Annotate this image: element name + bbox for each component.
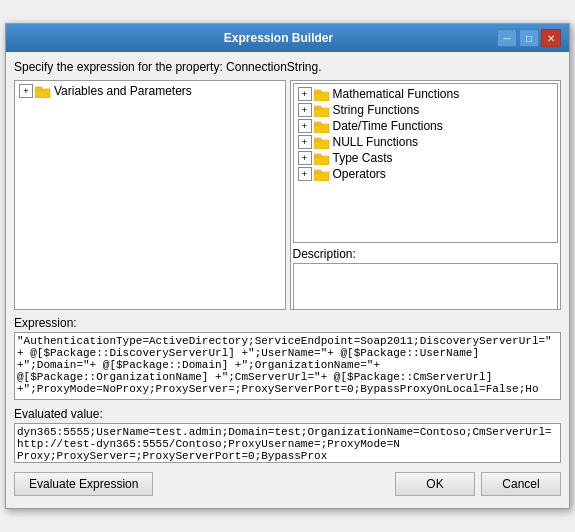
evaluated-section: Evaluated value: xyxy=(14,407,561,466)
tree-label-datetime: Date/Time Functions xyxy=(333,119,443,133)
tree-item-operators[interactable]: + Operators xyxy=(296,166,556,182)
expression-builder-window: Expression Builder ─ □ ✕ Specify the exp… xyxy=(5,23,570,509)
tree-item-vars[interactable]: + Variables and Parameters xyxy=(17,83,283,99)
expand-operators[interactable]: + xyxy=(298,167,312,181)
expression-textarea[interactable] xyxy=(14,332,561,400)
title-bar: Expression Builder ─ □ ✕ xyxy=(6,24,569,52)
right-tree-panel[interactable]: + Mathematical Functions + String Functi… xyxy=(293,83,559,243)
tree-label-operators: Operators xyxy=(333,167,386,181)
expand-datetime[interactable]: + xyxy=(298,119,312,133)
svg-rect-1 xyxy=(35,87,42,90)
svg-rect-8 xyxy=(314,140,329,149)
expand-vars[interactable]: + xyxy=(19,84,33,98)
right-panel-container: + Mathematical Functions + String Functi… xyxy=(290,80,562,310)
evaluate-expression-button[interactable]: Evaluate Expression xyxy=(14,472,153,496)
svg-rect-5 xyxy=(314,106,321,109)
tree-item-string[interactable]: + String Functions xyxy=(296,102,556,118)
evaluated-label: Evaluated value: xyxy=(14,407,561,421)
svg-rect-4 xyxy=(314,108,329,117)
expression-label: Expression: xyxy=(14,316,561,330)
title-bar-controls: ─ □ ✕ xyxy=(497,29,561,47)
expand-string[interactable]: + xyxy=(298,103,312,117)
tree-label-vars: Variables and Parameters xyxy=(54,84,192,98)
ok-cancel-group: OK Cancel xyxy=(395,472,561,496)
svg-rect-9 xyxy=(314,138,321,141)
tree-label-string: String Functions xyxy=(333,103,420,117)
folder-icon-string xyxy=(314,104,330,117)
window-title: Expression Builder xyxy=(60,31,497,45)
tree-item-math[interactable]: + Mathematical Functions xyxy=(296,86,556,102)
tree-panels: + Variables and Parameters + xyxy=(14,80,561,310)
folder-icon-null xyxy=(314,136,330,149)
minimize-button[interactable]: ─ xyxy=(497,29,517,47)
svg-rect-7 xyxy=(314,122,321,125)
tree-item-casts[interactable]: + Type Casts xyxy=(296,150,556,166)
folder-icon-math xyxy=(314,88,330,101)
dialog-content: Specify the expression for the property:… xyxy=(6,52,569,508)
folder-icon-casts xyxy=(314,152,330,165)
expand-null[interactable]: + xyxy=(298,135,312,149)
svg-rect-12 xyxy=(314,172,329,181)
svg-rect-2 xyxy=(314,92,329,101)
property-label: Specify the expression for the property:… xyxy=(14,60,561,74)
tree-item-null[interactable]: + NULL Functions xyxy=(296,134,556,150)
cancel-button[interactable]: Cancel xyxy=(481,472,561,496)
folder-icon-datetime xyxy=(314,120,330,133)
tree-item-datetime[interactable]: + Date/Time Functions xyxy=(296,118,556,134)
ok-button[interactable]: OK xyxy=(395,472,475,496)
svg-rect-11 xyxy=(314,154,321,157)
expand-math[interactable]: + xyxy=(298,87,312,101)
close-button[interactable]: ✕ xyxy=(541,29,561,47)
svg-rect-0 xyxy=(35,89,50,98)
folder-icon-vars xyxy=(35,85,51,98)
svg-rect-6 xyxy=(314,124,329,133)
svg-rect-3 xyxy=(314,90,321,93)
bottom-bar: Evaluate Expression OK Cancel xyxy=(14,472,561,500)
left-tree-panel[interactable]: + Variables and Parameters xyxy=(14,80,286,310)
description-section: Description: xyxy=(293,247,559,307)
expand-casts[interactable]: + xyxy=(298,151,312,165)
folder-icon-operators xyxy=(314,168,330,181)
expression-section: Expression: xyxy=(14,316,561,403)
tree-label-casts: Type Casts xyxy=(333,151,393,165)
description-label: Description: xyxy=(293,247,559,261)
evaluated-textarea[interactable] xyxy=(14,423,561,463)
tree-label-math: Mathematical Functions xyxy=(333,87,460,101)
tree-label-null: NULL Functions xyxy=(333,135,419,149)
description-textarea[interactable] xyxy=(293,263,559,310)
svg-rect-10 xyxy=(314,156,329,165)
maximize-button[interactable]: □ xyxy=(519,29,539,47)
svg-rect-13 xyxy=(314,170,321,173)
